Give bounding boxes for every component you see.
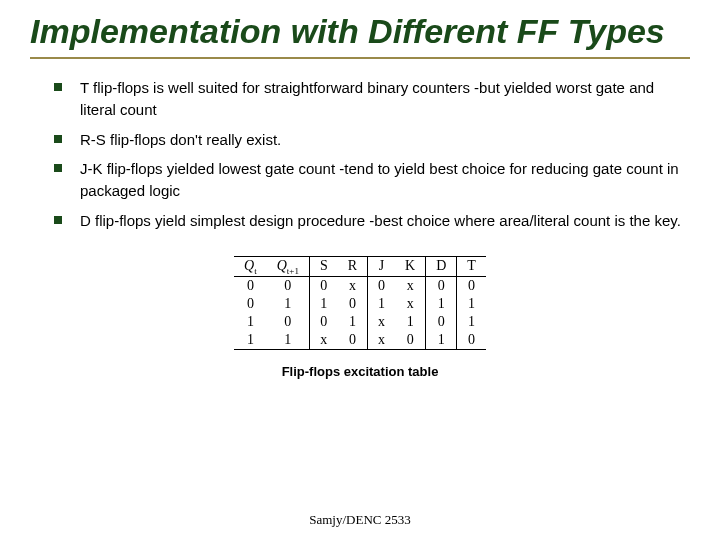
cell: 0 (338, 331, 368, 350)
cell: 0 (368, 277, 396, 296)
cell: x (338, 277, 368, 296)
cell: 0 (234, 277, 267, 296)
cell: 1 (267, 331, 310, 350)
slide-title: Implementation with Different FF Types (30, 12, 690, 59)
col-header: Qt+1 (267, 256, 310, 277)
list-item: T flip-flops is well suited for straight… (54, 77, 690, 121)
col-header: J (368, 256, 396, 277)
cell: 0 (426, 313, 457, 331)
cell: 1 (338, 313, 368, 331)
cell: 0 (267, 277, 310, 296)
cell: 0 (234, 295, 267, 313)
slide-footer: Samjy/DENC 2533 (0, 512, 720, 528)
cell: x (395, 295, 426, 313)
col-header: T (457, 256, 486, 277)
col-header: K (395, 256, 426, 277)
cell: 1 (395, 313, 426, 331)
bullet-list: T flip-flops is well suited for straight… (30, 77, 690, 232)
cell: 0 (395, 331, 426, 350)
col-header: Qt (234, 256, 267, 277)
cell: x (368, 313, 396, 331)
cell: 1 (309, 295, 337, 313)
cell: 0 (309, 277, 337, 296)
col-header: D (426, 256, 457, 277)
cell: 0 (457, 331, 486, 350)
list-item: D flip-flops yield simplest design proce… (54, 210, 690, 232)
cell: 0 (426, 277, 457, 296)
cell: 1 (426, 331, 457, 350)
col-header: S (309, 256, 337, 277)
table-row: 0 1 1 0 1 x 1 1 (234, 295, 486, 313)
cell: x (309, 331, 337, 350)
cell: 1 (368, 295, 396, 313)
cell: 1 (234, 331, 267, 350)
cell: 0 (338, 295, 368, 313)
excitation-table: Qt Qt+1 S R J K D T 0 0 0 x 0 x (234, 256, 486, 351)
cell: 0 (309, 313, 337, 331)
list-item: J-K flip-flops yielded lowest gate count… (54, 158, 690, 202)
cell: 1 (426, 295, 457, 313)
cell: 1 (267, 295, 310, 313)
cell: 1 (457, 313, 486, 331)
cell: 1 (457, 295, 486, 313)
cell: 1 (234, 313, 267, 331)
table-row: 1 1 x 0 x 0 1 0 (234, 331, 486, 350)
table-row: 0 0 0 x 0 x 0 0 (234, 277, 486, 296)
list-item: R-S flip-flops don't really exist. (54, 129, 690, 151)
col-header: R (338, 256, 368, 277)
cell: x (368, 331, 396, 350)
cell: 0 (457, 277, 486, 296)
excitation-table-wrap: Qt Qt+1 S R J K D T 0 0 0 x 0 x (30, 256, 690, 380)
table-caption: Flip-flops excitation table (282, 364, 439, 379)
table-row: 1 0 0 1 x 1 0 1 (234, 313, 486, 331)
cell: x (395, 277, 426, 296)
cell: 0 (267, 313, 310, 331)
